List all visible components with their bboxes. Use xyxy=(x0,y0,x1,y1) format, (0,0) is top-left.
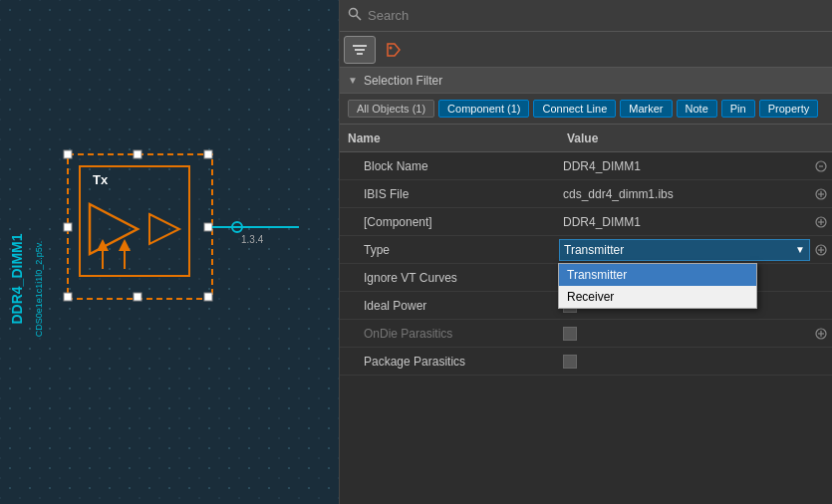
filter-btn-all[interactable]: All Objects (1) xyxy=(348,100,434,118)
filter-btn-connect-line[interactable]: Connect Line xyxy=(533,100,616,118)
cell-package-label: Package Parasitics xyxy=(340,355,559,369)
row-component: [Component] DDR4_DIMM1 xyxy=(340,208,832,236)
dropdown-option-transmitter[interactable]: Transmitter xyxy=(559,264,756,286)
canvas-svg: DDR4_DIMM1 CDS0e1e1c1i1l0_2.p5v. Tx xyxy=(0,0,339,504)
row-ibis-file: IBIS File cds_ddr4_dimm1.ibs xyxy=(340,180,832,208)
dropdown-option-receiver[interactable]: Receiver xyxy=(559,286,756,308)
cell-ignore-vt-label: Ignore VT Curves xyxy=(340,271,559,285)
col-value-header: Value xyxy=(559,131,832,145)
filter-title: Selection Filter xyxy=(364,74,442,88)
row-ondie-parasitics: OnDie Parasitics xyxy=(340,320,832,348)
svg-rect-4 xyxy=(0,0,339,504)
cell-component-label: [Component] xyxy=(340,215,559,229)
cell-type-label: Type xyxy=(340,243,559,257)
handle-bl xyxy=(64,293,72,301)
cell-type-action[interactable] xyxy=(810,243,832,257)
cell-type-value[interactable]: Transmitter ▼ xyxy=(559,239,810,261)
handle-mr xyxy=(204,223,212,231)
handle-ml xyxy=(64,223,72,231)
component-main-label: DDR4_DIMM1 xyxy=(9,233,25,324)
conn-label: 1.3.4 xyxy=(241,234,264,245)
handle-tm xyxy=(134,150,141,158)
filter-header: ▼ Selection Filter xyxy=(340,68,832,94)
cell-block-name-action[interactable] xyxy=(810,159,832,173)
package-checkbox[interactable] xyxy=(563,355,577,369)
svg-line-6 xyxy=(357,16,362,21)
row-type: Type Transmitter ▼ Transmitter Receiver xyxy=(340,236,832,264)
dropdown-arrow-icon: ▼ xyxy=(795,244,805,255)
cell-ondie-value xyxy=(559,327,810,341)
svg-rect-7 xyxy=(353,45,367,47)
search-input[interactable] xyxy=(368,8,824,23)
cell-package-value xyxy=(559,355,810,369)
filter-btn-component[interactable]: Component (1) xyxy=(438,100,529,118)
filter-buttons-area: All Objects (1) Component (1) Connect Li… xyxy=(340,94,832,125)
toolbar xyxy=(340,32,832,68)
filter-btn-note[interactable]: Note xyxy=(677,100,717,118)
type-dropdown-list: Transmitter Receiver xyxy=(558,263,757,309)
handle-tr xyxy=(204,150,212,158)
cell-component-action[interactable] xyxy=(810,215,832,229)
svg-point-5 xyxy=(350,9,358,17)
search-bar xyxy=(340,0,832,32)
row-package-parasitics: Package Parasitics xyxy=(340,348,832,376)
cell-ideal-power-label: Ideal Power xyxy=(340,299,559,313)
filter-btn-property[interactable]: Property xyxy=(759,100,819,118)
filter-btn-pin[interactable]: Pin xyxy=(721,100,755,118)
component-sub-label: CDS0e1e1c1i1l0_2.p5v. xyxy=(34,241,44,337)
svg-rect-8 xyxy=(355,49,365,51)
svg-rect-9 xyxy=(357,53,363,55)
row-block-name: Block Name DDR4_DIMM1 xyxy=(340,152,832,180)
cell-block-name-value: DDR4_DIMM1 xyxy=(559,159,810,173)
col-name-header: Name xyxy=(340,131,559,145)
dropdown-selected-value: Transmitter xyxy=(564,243,624,257)
filter-arrow-icon: ▼ xyxy=(348,75,358,86)
cell-component-value: DDR4_DIMM1 xyxy=(559,215,810,229)
handle-tl xyxy=(64,150,72,158)
toolbar-filter-btn[interactable] xyxy=(344,36,376,64)
filter-btn-marker[interactable]: Marker xyxy=(620,100,672,118)
cell-ibis-file-label: IBIS File xyxy=(340,187,559,201)
toolbar-tag-btn[interactable] xyxy=(378,36,410,64)
tx-text: Tx xyxy=(93,172,109,187)
svg-point-10 xyxy=(390,46,393,49)
properties-table: Name Value Block Name DDR4_DIMM1 IBIS Fi… xyxy=(340,125,832,504)
cell-ibis-file-action[interactable] xyxy=(810,187,832,201)
cell-ibis-file-value: cds_ddr4_dimm1.ibs xyxy=(559,187,810,201)
canvas-area: DDR4_DIMM1 CDS0e1e1c1i1l0_2.p5v. Tx xyxy=(0,0,339,504)
handle-bm xyxy=(134,293,141,301)
cell-ondie-label: OnDie Parasitics xyxy=(340,327,559,341)
ondie-checkbox[interactable] xyxy=(563,327,577,341)
cell-block-name-label: Block Name xyxy=(340,159,559,173)
right-panel: ▼ Selection Filter All Objects (1) Compo… xyxy=(339,0,832,504)
handle-br xyxy=(204,293,212,301)
cell-ondie-action[interactable] xyxy=(810,327,832,341)
table-header: Name Value xyxy=(340,125,832,152)
search-icon xyxy=(348,7,362,24)
type-dropdown[interactable]: Transmitter ▼ xyxy=(559,239,810,261)
